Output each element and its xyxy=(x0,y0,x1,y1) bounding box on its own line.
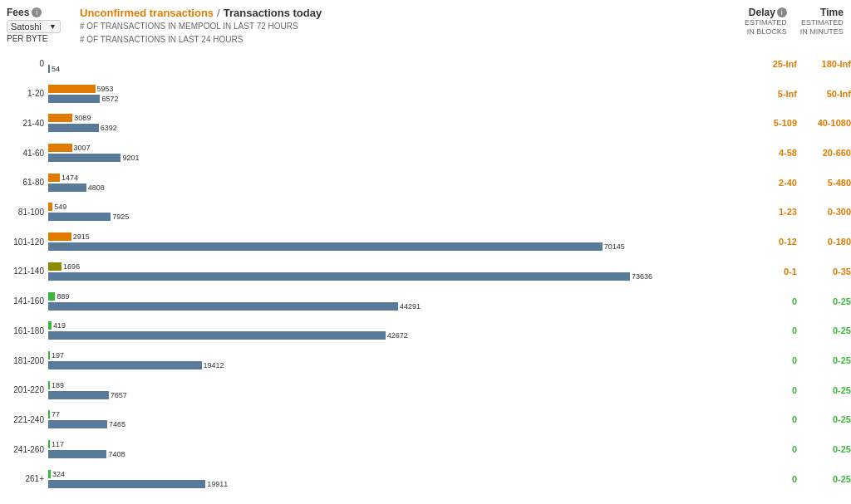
y-axis-label: 81-100 xyxy=(0,208,48,217)
subtitle2: # OF TRANSACTIONS IN LAST 24 HOURS xyxy=(80,34,738,46)
right-labels-row: 2-405-480 xyxy=(735,178,851,188)
bar-group: 14744808 xyxy=(48,173,735,192)
right-labels-row: 1-230-300 xyxy=(735,207,851,217)
bar-bottom: 44291 xyxy=(48,302,398,311)
delay-value: 0-1 xyxy=(755,267,797,276)
right-labels-row: 00-25 xyxy=(735,325,851,335)
bar-bottom: 4808 xyxy=(48,183,86,192)
delay-value: 25-Inf xyxy=(755,59,797,69)
right-labels-row: 5-10940-1080 xyxy=(735,118,851,128)
bar-top: 77 xyxy=(48,410,50,418)
bar-top: 197 xyxy=(48,351,50,360)
y-axis-label: 161-180 xyxy=(0,326,48,335)
y-axis-label: 0 xyxy=(0,59,48,68)
time-sub2: IN MINUTES xyxy=(800,27,844,37)
bar-top: 1696 xyxy=(48,262,61,271)
bar-bottom: 9201 xyxy=(48,154,121,162)
bar-group: 1177408 xyxy=(48,440,735,459)
chart-row: 141-1608894429100-25 xyxy=(0,291,851,312)
bar-top: 324 xyxy=(48,470,51,478)
bar-bottom: 70145 xyxy=(48,242,603,251)
delay-value: 5-109 xyxy=(755,118,797,128)
right-labels-row: 0-10-35 xyxy=(735,267,851,276)
bar-top: 3007 xyxy=(48,144,72,152)
time-value: 0-35 xyxy=(805,267,851,276)
chart-row: 221-24077746500-25 xyxy=(0,409,851,430)
bar-group: 1897657 xyxy=(48,380,735,399)
fees-section: Fees i Satoshi ▼ PER BYTE xyxy=(7,7,73,43)
bar-group: 30079201 xyxy=(48,144,735,163)
delay-value: 0 xyxy=(755,355,797,365)
time-value: 0-25 xyxy=(805,414,851,424)
fees-info-icon[interactable]: i xyxy=(32,7,42,17)
chart-row: 81-10054979251-230-300 xyxy=(0,201,851,223)
time-value: 5-480 xyxy=(805,178,851,188)
bar-group: 777465 xyxy=(48,410,735,429)
chart-row: 241-260117740800-25 xyxy=(0,438,851,460)
time-column-header: Time ESTIMATED IN MINUTES xyxy=(800,7,844,37)
dropdown-label: Satoshi xyxy=(11,22,42,32)
time-value: 0-25 xyxy=(805,385,851,395)
y-axis-label: 101-120 xyxy=(0,237,48,247)
bar-group: 30896392 xyxy=(48,114,735,133)
right-labels-row: 00-25 xyxy=(735,444,851,454)
main-container: Fees i Satoshi ▼ PER BYTE Unconfirmed tr… xyxy=(0,0,851,504)
bar-group: 59536572 xyxy=(48,84,735,103)
title-row: Unconfirmed transactions / Transactions … xyxy=(80,7,738,19)
right-labels-row: 00-25 xyxy=(735,414,851,424)
bar-bottom: 7657 xyxy=(48,391,109,399)
delay-value: 0 xyxy=(755,414,797,424)
chart-row: 21-40308963925-10940-1080 xyxy=(0,112,851,134)
bar-top: 3089 xyxy=(48,114,72,122)
chart-row: 05425-Inf180-Inf xyxy=(0,53,851,75)
time-value: 180-Inf xyxy=(805,59,851,69)
delay-value: 0-12 xyxy=(755,237,797,247)
time-value: 0-25 xyxy=(805,296,851,306)
bar-group: 19719412 xyxy=(48,351,735,370)
delay-info-icon[interactable]: i xyxy=(777,7,787,17)
delay-value: 2-40 xyxy=(755,178,797,188)
bar-bottom: 7465 xyxy=(48,420,107,428)
right-labels-row: 00-25 xyxy=(735,296,851,306)
chart-row: 181-2001971941200-25 xyxy=(0,350,851,371)
bar-top: 189 xyxy=(48,381,50,389)
time-label: Time xyxy=(820,7,844,18)
time-value: 0-25 xyxy=(805,474,851,484)
right-labels-row: 4-5820-660 xyxy=(735,148,851,158)
bar-top: 5953 xyxy=(48,85,96,93)
bar-group: 291570145 xyxy=(48,232,735,252)
bar-bottom: 19412 xyxy=(48,361,202,369)
time-value: 20-660 xyxy=(805,148,851,158)
delay-value: 0 xyxy=(755,444,797,454)
time-value: 0-25 xyxy=(805,355,851,365)
time-value: 0-180 xyxy=(805,237,851,247)
satoshi-dropdown[interactable]: Satoshi ▼ xyxy=(7,20,61,33)
bar-top: 2915 xyxy=(48,232,71,241)
header: Fees i Satoshi ▼ PER BYTE Unconfirmed tr… xyxy=(0,7,851,49)
bar-group: 5497925 xyxy=(48,203,735,222)
chart-row: 101-1202915701450-120-180 xyxy=(0,231,851,252)
title-sub: Transactions today xyxy=(224,7,322,19)
delay-column-header: Delay i ESTIMATED IN BLOCKS xyxy=(745,7,787,37)
bar-bottom: 7925 xyxy=(48,213,111,221)
delay-value: 0 xyxy=(755,296,797,306)
per-byte-label: PER BYTE xyxy=(7,34,73,43)
bar-top: 1474 xyxy=(48,174,60,182)
y-axis-label: 201-220 xyxy=(0,385,48,394)
chevron-down-icon: ▼ xyxy=(49,22,57,31)
y-axis-label: 61-80 xyxy=(0,178,48,187)
bar-group: 32419911 xyxy=(48,469,735,488)
chart-row: 1-20595365725-Inf50-Inf xyxy=(0,83,851,105)
chart-row: 161-1804194267200-25 xyxy=(0,320,851,341)
fees-label: Fees xyxy=(7,7,29,18)
chart-row: 121-1401696736360-10-35 xyxy=(0,261,851,282)
delay-label: Delay xyxy=(749,7,775,18)
delay-value: 0 xyxy=(755,385,797,395)
title-main: Unconfirmed transactions xyxy=(80,7,214,19)
delay-value: 1-23 xyxy=(755,207,797,217)
time-value: 0-25 xyxy=(805,325,851,335)
bar-bottom: 7408 xyxy=(48,450,106,458)
chart-row: 41-60300792014-5820-660 xyxy=(0,142,851,164)
chart-row: 201-220189765700-25 xyxy=(0,379,851,401)
y-axis-label: 241-260 xyxy=(0,445,48,454)
